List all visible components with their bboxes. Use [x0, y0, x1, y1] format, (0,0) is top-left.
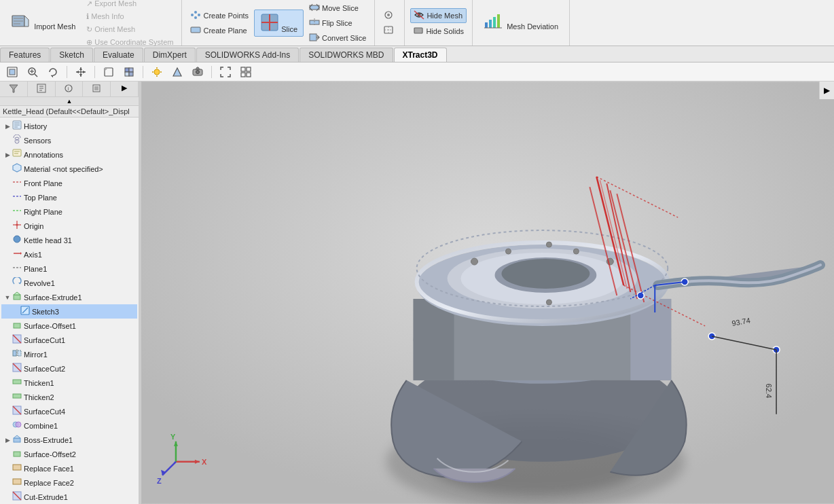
svg-point-105: [16, 422, 21, 427]
svg-rect-55: [247, 67, 251, 71]
thicken1-icon: [12, 377, 22, 389]
tab-features[interactable]: Features: [0, 48, 50, 62]
tree-item-replace-face1[interactable]: Replace Face1: [1, 461, 137, 475]
svg-text:Y: Y: [170, 433, 176, 441]
fit-icon: [383, 25, 394, 36]
tree-item-sketch3[interactable]: Sketch3: [1, 304, 137, 319]
tree-item-thicken1[interactable]: Thicken1: [1, 376, 137, 390]
surface-offset1-icon: [12, 320, 22, 331]
convert-slice-button[interactable]: Convert Slice: [306, 31, 369, 45]
replace-face2-icon: [12, 477, 22, 488]
svg-rect-25: [485, 22, 488, 28]
svg-rect-95: [13, 350, 16, 356]
front-plane-icon: [12, 177, 22, 189]
svg-point-5: [191, 14, 194, 16]
export-mesh-button[interactable]: ↗ Export Mesh: [84, 0, 176, 10]
tree-item-surfacecut4[interactable]: SurfaceCut4: [1, 404, 137, 418]
scene-button[interactable]: [168, 65, 187, 79]
tree-item-thicken2[interactable]: Thicken2: [1, 390, 137, 404]
viewport-right-toolbar: ▶: [819, 82, 834, 99]
tree-item-kettle-head[interactable]: Kettle head 31: [1, 233, 137, 247]
svg-point-8: [194, 16, 197, 19]
tree-item-axis1[interactable]: Axis1: [1, 247, 137, 262]
sidebar-model-name: Kettle_Head (Default<<Default>_Displ: [0, 106, 139, 118]
svg-marker-36: [79, 67, 82, 70]
tree-item-boss-extrude1[interactable]: ▶ Boss-Extrude1: [1, 433, 137, 447]
mesh-deviation-button[interactable]: Mesh Deviation: [478, 10, 564, 36]
zoom-to-fit-button[interactable]: [3, 65, 22, 79]
zoom-button[interactable]: [23, 65, 42, 79]
sidebar-tab-feature-tree[interactable]: [28, 82, 56, 96]
tree-item-plane1[interactable]: Plane1: [1, 262, 137, 276]
pan-button[interactable]: [71, 65, 90, 79]
use-coordinate-button[interactable]: ⊕ Use Coordinate System: [84, 37, 176, 48]
svg-marker-1: [24, 16, 29, 26]
tree-item-top-plane[interactable]: Top Plane: [1, 190, 137, 204]
sidebar-tab-filter[interactable]: [0, 82, 28, 96]
svg-point-46: [154, 69, 160, 75]
origin-icon: [12, 220, 22, 232]
tab-evaluate[interactable]: Evaluate: [94, 48, 143, 62]
view-orientation-button[interactable]: [99, 65, 118, 79]
sidebar-tab-expand[interactable]: ▶: [111, 82, 139, 96]
rotate-view-button[interactable]: [43, 65, 62, 79]
svg-rect-54: [241, 67, 245, 71]
import-mesh-button[interactable]: Import Mesh: [5, 10, 81, 36]
expand-right-button[interactable]: ▶: [821, 84, 833, 96]
mesh-info-button[interactable]: ℹ Mesh Info: [84, 11, 176, 22]
hide-mesh-button[interactable]: Hide Mesh: [410, 8, 467, 23]
tree-item-origin[interactable]: Origin: [1, 219, 137, 233]
feature-tree[interactable]: ▶ History Sensors ▶ Annotation: [0, 118, 139, 504]
slice-icon: [260, 25, 281, 33]
create-plane-button[interactable]: Create Plane: [187, 24, 251, 37]
tree-item-replace-face2[interactable]: Replace Face2: [1, 475, 137, 490]
orient-mesh-button[interactable]: ↻ Orient Mesh: [84, 24, 176, 35]
toolbar-sep-4: [211, 66, 212, 78]
tree-item-surfacecut2[interactable]: SurfaceCut2: [1, 361, 137, 376]
sidebar-tab-config[interactable]: [83, 82, 111, 96]
slice-button[interactable]: Slice: [254, 10, 304, 37]
camera-button[interactable]: [188, 65, 207, 79]
sidebar-tab-property[interactable]: i: [56, 82, 84, 96]
tree-item-surface-offset1[interactable]: Surface-Offset1: [1, 319, 137, 333]
sidebar-collapse-bar[interactable]: ▲: [0, 97, 139, 106]
display-style-button[interactable]: [120, 65, 139, 79]
viewport-settings-button[interactable]: [236, 65, 255, 79]
snap-button[interactable]: [380, 9, 399, 22]
tree-item-material[interactable]: Material <not specified>: [1, 162, 137, 176]
tree-item-revolve1[interactable]: Revolve1: [1, 276, 137, 290]
toolbar-sep-3: [143, 66, 143, 78]
tree-item-front-plane[interactable]: Front Plane: [1, 176, 137, 190]
tab-xtract3d[interactable]: XTract3D: [394, 48, 447, 62]
tab-dimxpert[interactable]: DimXpert: [144, 48, 196, 62]
svg-marker-107: [14, 435, 20, 438]
svg-marker-39: [83, 71, 86, 73]
tree-item-surface-extrude1[interactable]: ▼ Surface-Extrude1: [1, 290, 137, 304]
3d-viewport[interactable]: 93.74 62.4 X Y Z ▶: [142, 82, 834, 504]
move-slice-button[interactable]: Move Slice: [306, 1, 369, 15]
fit-button[interactable]: [380, 24, 399, 37]
tab-solidworks-addins[interactable]: SOLIDWORKS Add-Ins: [196, 48, 299, 62]
flip-slice-button[interactable]: Flip Slice: [306, 16, 369, 30]
tree-item-combine1[interactable]: Combine1: [1, 418, 137, 433]
orient-mesh-icon: ↻: [86, 25, 92, 34]
tree-item-surfacecut1[interactable]: SurfaceCut1: [1, 333, 137, 347]
lighting-button[interactable]: [147, 65, 166, 79]
hide-solids-button[interactable]: Hide Solids: [410, 24, 467, 38]
hide-mesh-icon: [414, 10, 424, 21]
tree-item-right-plane[interactable]: Right Plane: [1, 204, 137, 219]
create-points-button[interactable]: Create Points: [187, 9, 251, 22]
svg-point-82: [16, 224, 18, 226]
tree-item-surface-offset2[interactable]: Surface-Offset2: [1, 447, 137, 461]
svg-line-33: [35, 74, 37, 77]
svg-rect-100: [13, 380, 21, 384]
tree-item-mirror1[interactable]: Mirror1: [1, 347, 137, 361]
tab-solidworks-mbd[interactable]: SOLIDWORKS MBD: [300, 48, 393, 62]
tree-item-cut-extrude1[interactable]: Cut-Extrude1: [1, 490, 137, 504]
full-screen-button[interactable]: [216, 65, 235, 79]
tree-item-history[interactable]: ▶ History: [1, 119, 137, 133]
tree-item-sensors[interactable]: Sensors: [1, 133, 137, 147]
tree-item-annotations[interactable]: ▶ Annotations: [1, 147, 137, 162]
sidebar-icon-tabs: i ▶: [0, 82, 139, 97]
tab-sketch[interactable]: Sketch: [50, 48, 93, 62]
